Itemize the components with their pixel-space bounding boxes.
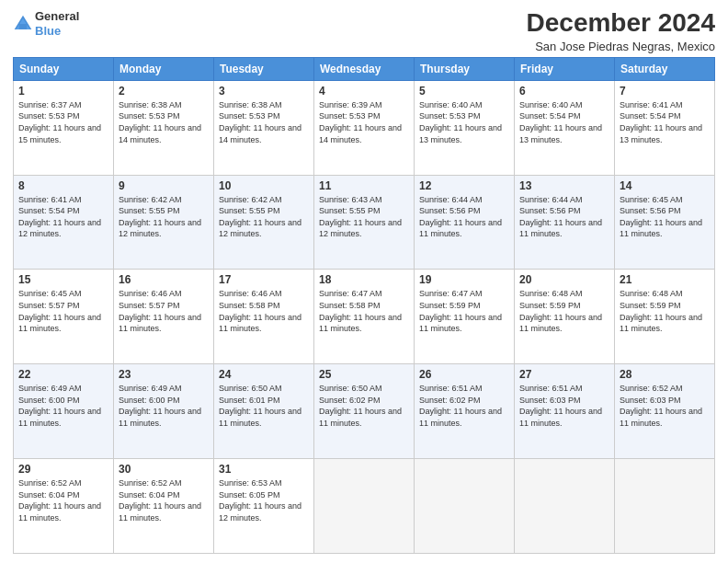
day-info: Sunrise: 6:48 AMSunset: 5:59 PMDaylight:…	[519, 288, 609, 334]
day-info: Sunrise: 6:46 AMSunset: 5:58 PMDaylight:…	[219, 288, 309, 334]
day-info: Sunrise: 6:53 AMSunset: 6:05 PMDaylight:…	[219, 477, 309, 523]
day-info: Sunrise: 6:44 AMSunset: 5:56 PMDaylight:…	[419, 194, 509, 240]
day-number: 16	[119, 273, 209, 286]
day-cell: 9Sunrise: 6:42 AMSunset: 5:55 PMDaylight…	[114, 175, 214, 270]
day-number: 15	[18, 273, 108, 286]
col-header-sunday: Sunday	[14, 57, 114, 80]
day-info: Sunrise: 6:42 AMSunset: 5:55 PMDaylight:…	[119, 194, 209, 240]
day-cell: 13Sunrise: 6:44 AMSunset: 5:56 PMDayligh…	[515, 175, 615, 270]
day-cell: 28Sunrise: 6:52 AMSunset: 6:03 PMDayligh…	[615, 364, 715, 459]
logo-text: General Blue	[35, 9, 79, 38]
day-cell: 31Sunrise: 6:53 AMSunset: 6:05 PMDayligh…	[214, 459, 314, 554]
day-info: Sunrise: 6:52 AMSunset: 6:04 PMDaylight:…	[119, 477, 209, 523]
day-cell: 4Sunrise: 6:39 AMSunset: 5:53 PMDaylight…	[314, 80, 415, 175]
day-number: 8	[18, 179, 108, 192]
day-info: Sunrise: 6:47 AMSunset: 5:58 PMDaylight:…	[319, 288, 409, 334]
day-info: Sunrise: 6:42 AMSunset: 5:55 PMDaylight:…	[219, 194, 309, 240]
day-number: 11	[319, 179, 409, 192]
day-number: 7	[620, 85, 710, 98]
day-cell: 10Sunrise: 6:42 AMSunset: 5:55 PMDayligh…	[214, 175, 314, 270]
day-cell: 17Sunrise: 6:46 AMSunset: 5:58 PMDayligh…	[214, 270, 314, 364]
day-cell	[515, 459, 615, 554]
day-cell: 2Sunrise: 6:38 AMSunset: 5:53 PMDaylight…	[114, 80, 214, 175]
day-info: Sunrise: 6:44 AMSunset: 5:56 PMDaylight:…	[519, 194, 609, 240]
day-info: Sunrise: 6:40 AMSunset: 5:53 PMDaylight:…	[419, 99, 509, 145]
day-number: 17	[219, 273, 309, 286]
day-number: 25	[319, 368, 409, 381]
col-header-friday: Friday	[515, 57, 615, 80]
day-cell: 30Sunrise: 6:52 AMSunset: 6:04 PMDayligh…	[114, 459, 214, 554]
day-cell: 24Sunrise: 6:50 AMSunset: 6:01 PMDayligh…	[214, 364, 314, 459]
day-cell: 19Sunrise: 6:47 AMSunset: 5:59 PMDayligh…	[415, 270, 515, 364]
day-number: 23	[119, 368, 209, 381]
day-cell: 26Sunrise: 6:51 AMSunset: 6:02 PMDayligh…	[415, 364, 515, 459]
day-info: Sunrise: 6:37 AMSunset: 5:53 PMDaylight:…	[18, 99, 108, 145]
header-row: SundayMondayTuesdayWednesdayThursdayFrid…	[14, 57, 715, 80]
col-header-saturday: Saturday	[615, 57, 715, 80]
day-info: Sunrise: 6:43 AMSunset: 5:55 PMDaylight:…	[319, 194, 409, 240]
day-info: Sunrise: 6:50 AMSunset: 6:02 PMDaylight:…	[319, 383, 409, 429]
day-cell: 3Sunrise: 6:38 AMSunset: 5:53 PMDaylight…	[214, 80, 314, 175]
day-number: 24	[219, 368, 309, 381]
day-cell: 5Sunrise: 6:40 AMSunset: 5:53 PMDaylight…	[415, 80, 515, 175]
day-number: 13	[519, 179, 609, 192]
day-info: Sunrise: 6:46 AMSunset: 5:57 PMDaylight:…	[119, 288, 209, 334]
day-cell: 7Sunrise: 6:41 AMSunset: 5:54 PMDaylight…	[615, 80, 715, 175]
day-info: Sunrise: 6:38 AMSunset: 5:53 PMDaylight:…	[219, 99, 309, 145]
day-number: 27	[519, 368, 609, 381]
title-section: December 2024 San Jose Piedras Negras, M…	[527, 9, 715, 53]
day-number: 9	[119, 179, 209, 192]
day-info: Sunrise: 6:51 AMSunset: 6:03 PMDaylight:…	[519, 383, 609, 429]
day-info: Sunrise: 6:49 AMSunset: 6:00 PMDaylight:…	[119, 383, 209, 429]
day-cell: 22Sunrise: 6:49 AMSunset: 6:00 PMDayligh…	[14, 364, 114, 459]
day-info: Sunrise: 6:41 AMSunset: 5:54 PMDaylight:…	[620, 99, 710, 145]
day-info: Sunrise: 6:48 AMSunset: 5:59 PMDaylight:…	[620, 288, 710, 334]
day-number: 4	[319, 85, 409, 98]
week-row-3: 15Sunrise: 6:45 AMSunset: 5:57 PMDayligh…	[14, 270, 715, 364]
day-number: 19	[419, 273, 509, 286]
day-cell	[615, 459, 715, 554]
day-number: 14	[620, 179, 710, 192]
header: General Blue December 2024 San Jose Pied…	[13, 9, 715, 53]
day-number: 30	[119, 463, 209, 476]
day-number: 1	[18, 85, 108, 98]
day-info: Sunrise: 6:51 AMSunset: 6:02 PMDaylight:…	[419, 383, 509, 429]
day-cell: 25Sunrise: 6:50 AMSunset: 6:02 PMDayligh…	[314, 364, 415, 459]
day-cell: 20Sunrise: 6:48 AMSunset: 5:59 PMDayligh…	[515, 270, 615, 364]
day-number: 26	[419, 368, 509, 381]
day-info: Sunrise: 6:41 AMSunset: 5:54 PMDaylight:…	[18, 194, 108, 240]
day-number: 21	[620, 273, 710, 286]
day-number: 22	[18, 368, 108, 381]
day-info: Sunrise: 6:45 AMSunset: 5:56 PMDaylight:…	[620, 194, 710, 240]
day-number: 28	[620, 368, 710, 381]
week-row-2: 8Sunrise: 6:41 AMSunset: 5:54 PMDaylight…	[14, 175, 715, 270]
day-cell: 12Sunrise: 6:44 AMSunset: 5:56 PMDayligh…	[415, 175, 515, 270]
day-info: Sunrise: 6:50 AMSunset: 6:01 PMDaylight:…	[219, 383, 309, 429]
day-cell: 21Sunrise: 6:48 AMSunset: 5:59 PMDayligh…	[615, 270, 715, 364]
day-info: Sunrise: 6:39 AMSunset: 5:53 PMDaylight:…	[319, 99, 409, 145]
day-number: 6	[519, 85, 609, 98]
day-info: Sunrise: 6:52 AMSunset: 6:03 PMDaylight:…	[620, 383, 710, 429]
day-cell: 18Sunrise: 6:47 AMSunset: 5:58 PMDayligh…	[314, 270, 415, 364]
day-info: Sunrise: 6:49 AMSunset: 6:00 PMDaylight:…	[18, 383, 108, 429]
day-cell: 14Sunrise: 6:45 AMSunset: 5:56 PMDayligh…	[615, 175, 715, 270]
day-cell: 16Sunrise: 6:46 AMSunset: 5:57 PMDayligh…	[114, 270, 214, 364]
day-cell: 27Sunrise: 6:51 AMSunset: 6:03 PMDayligh…	[515, 364, 615, 459]
day-info: Sunrise: 6:47 AMSunset: 5:59 PMDaylight:…	[419, 288, 509, 334]
col-header-wednesday: Wednesday	[314, 57, 415, 80]
week-row-1: 1Sunrise: 6:37 AMSunset: 5:53 PMDaylight…	[14, 80, 715, 175]
logo-blue: Blue	[35, 24, 61, 38]
day-cell	[415, 459, 515, 554]
day-cell: 11Sunrise: 6:43 AMSunset: 5:55 PMDayligh…	[314, 175, 415, 270]
day-number: 18	[319, 273, 409, 286]
day-cell: 6Sunrise: 6:40 AMSunset: 5:54 PMDaylight…	[515, 80, 615, 175]
day-cell: 1Sunrise: 6:37 AMSunset: 5:53 PMDaylight…	[14, 80, 114, 175]
page: General Blue December 2024 San Jose Pied…	[0, 0, 728, 563]
day-number: 20	[519, 273, 609, 286]
col-header-thursday: Thursday	[415, 57, 515, 80]
day-info: Sunrise: 6:40 AMSunset: 5:54 PMDaylight:…	[519, 99, 609, 145]
day-cell	[314, 459, 415, 554]
day-number: 2	[119, 85, 209, 98]
logo-icon	[13, 14, 33, 34]
day-number: 31	[219, 463, 309, 476]
